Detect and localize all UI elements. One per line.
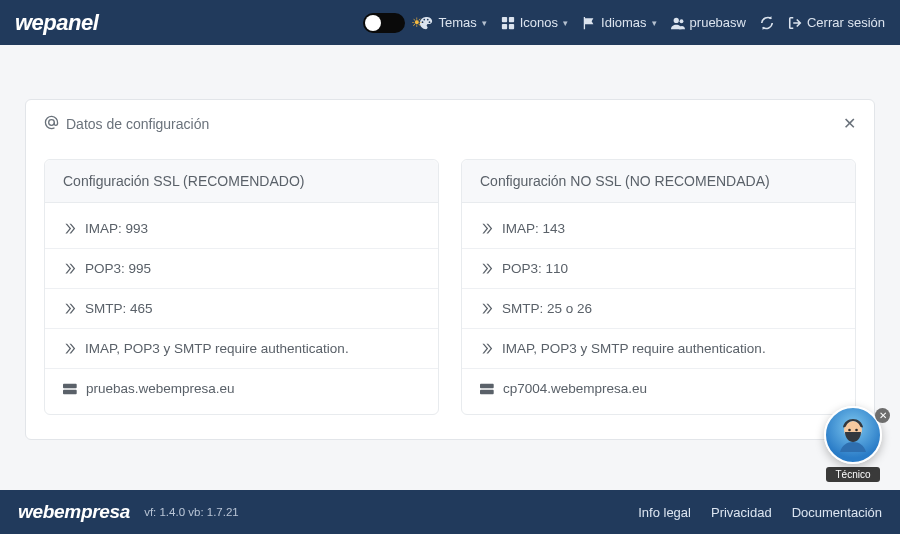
theme-toggle[interactable]: ☀ <box>363 13 405 33</box>
svg-rect-0 <box>502 16 507 21</box>
chevron-right-icon <box>480 222 493 235</box>
chat-avatar[interactable]: ✕ <box>824 406 882 464</box>
svg-rect-8 <box>63 389 77 393</box>
chevron-right-icon <box>63 262 76 275</box>
brand-logo[interactable]: wepanel <box>15 10 98 36</box>
config-cards: Configuración SSL (RECOMENDADO) IMAP: 99… <box>26 159 874 439</box>
chevron-down-icon: ▾ <box>482 18 487 28</box>
ssl-auth: IMAP, POP3 y SMTP require authentication… <box>85 341 349 356</box>
panel-title: Datos de configuración <box>66 116 209 132</box>
nossl-auth: IMAP, POP3 y SMTP require authentication… <box>502 341 766 356</box>
nossl-card-title: Configuración NO SSL (NO RECOMENDADA) <box>462 160 855 203</box>
main-content: Datos de configuración ✕ Configuración S… <box>0 45 900 440</box>
ssl-card-body: IMAP: 993 POP3: 995 SMTP: 465 IMAP, POP3… <box>45 203 438 414</box>
config-panel: Datos de configuración ✕ Configuración S… <box>25 99 875 440</box>
nav-logout-label: Cerrar sesión <box>807 15 885 30</box>
nossl-pop3-row: POP3: 110 <box>462 249 855 289</box>
ssl-server-row: pruebas.webempresa.eu <box>45 369 438 408</box>
svg-point-5 <box>679 19 683 23</box>
ssl-auth-row: IMAP, POP3 y SMTP require authentication… <box>45 329 438 369</box>
ssl-imap: IMAP: 993 <box>85 221 148 236</box>
nossl-smtp-row: SMTP: 25 o 26 <box>462 289 855 329</box>
ssl-card: Configuración SSL (RECOMENDADO) IMAP: 99… <box>44 159 439 415</box>
nossl-card: Configuración NO SSL (NO RECOMENDADA) IM… <box>461 159 856 415</box>
ssl-server: pruebas.webempresa.eu <box>86 381 235 396</box>
nav-right: ☀ Temas ▾ Iconos ▾ Idiomas ▾ <box>363 13 885 33</box>
nav-icons-label: Iconos <box>520 15 558 30</box>
svg-rect-1 <box>509 16 514 21</box>
nossl-imap-row: IMAP: 143 <box>462 209 855 249</box>
close-icon[interactable]: ✕ <box>843 114 856 133</box>
svg-rect-2 <box>502 23 507 28</box>
svg-point-12 <box>848 429 851 432</box>
nossl-pop3: POP3: 110 <box>502 261 568 276</box>
chat-label: Técnico <box>826 467 879 482</box>
sun-icon: ☀ <box>411 15 423 30</box>
nossl-server: cp7004.webempresa.eu <box>503 381 647 396</box>
toggle-knob <box>365 15 381 31</box>
footer-docs[interactable]: Documentación <box>792 505 882 520</box>
user-icon <box>671 16 685 30</box>
ssl-card-title: Configuración SSL (RECOMENDADO) <box>45 160 438 203</box>
footer-links: Info legal Privacidad Documentación <box>638 505 882 520</box>
refresh-icon <box>760 16 774 30</box>
nossl-card-body: IMAP: 143 POP3: 110 SMTP: 25 o 26 IMAP, … <box>462 203 855 414</box>
nossl-imap: IMAP: 143 <box>502 221 565 236</box>
footer-legal[interactable]: Info legal <box>638 505 691 520</box>
chat-widget[interactable]: ✕ Técnico <box>824 406 882 482</box>
grid-icon <box>501 16 515 30</box>
panel-header: Datos de configuración ✕ <box>26 100 874 159</box>
svg-rect-9 <box>480 383 494 387</box>
footer-brand[interactable]: webempresa <box>18 501 130 523</box>
ssl-pop3-row: POP3: 995 <box>45 249 438 289</box>
chevron-right-icon <box>480 262 493 275</box>
footer-privacy[interactable]: Privacidad <box>711 505 772 520</box>
nav-user[interactable]: pruebasw <box>671 15 746 30</box>
nossl-server-row: cp7004.webempresa.eu <box>462 369 855 408</box>
chevron-right-icon <box>480 302 493 315</box>
spacer <box>25 51 875 61</box>
ssl-pop3: POP3: 995 <box>85 261 151 276</box>
nav-themes[interactable]: Temas ▾ <box>419 15 486 30</box>
flag-icon <box>582 16 596 30</box>
at-icon <box>44 115 59 133</box>
nav-themes-label: Temas <box>438 15 476 30</box>
nav-logout[interactable]: Cerrar sesión <box>788 15 885 30</box>
chevron-down-icon: ▾ <box>563 18 568 28</box>
nav-languages-label: Idiomas <box>601 15 647 30</box>
nav-languages[interactable]: Idiomas ▾ <box>582 15 657 30</box>
footer: webempresa vf: 1.4.0 vb: 1.7.21 Info leg… <box>0 490 900 534</box>
svg-rect-10 <box>480 389 494 393</box>
svg-rect-7 <box>63 383 77 387</box>
logout-icon <box>788 16 802 30</box>
svg-point-6 <box>49 119 55 125</box>
svg-point-13 <box>855 429 858 432</box>
chat-close-icon[interactable]: ✕ <box>875 408 890 423</box>
server-icon <box>63 383 77 395</box>
nav-user-label: pruebasw <box>690 15 746 30</box>
server-icon <box>480 383 494 395</box>
ssl-smtp-row: SMTP: 465 <box>45 289 438 329</box>
svg-rect-3 <box>509 23 514 28</box>
chevron-right-icon <box>63 342 76 355</box>
chevron-down-icon: ▾ <box>652 18 657 28</box>
nav-refresh[interactable] <box>760 16 774 30</box>
chevron-right-icon <box>63 302 76 315</box>
nossl-auth-row: IMAP, POP3 y SMTP require authentication… <box>462 329 855 369</box>
svg-point-4 <box>673 17 678 22</box>
footer-version: vf: 1.4.0 vb: 1.7.21 <box>144 506 239 518</box>
nossl-smtp: SMTP: 25 o 26 <box>502 301 592 316</box>
chevron-right-icon <box>63 222 76 235</box>
ssl-imap-row: IMAP: 993 <box>45 209 438 249</box>
chevron-right-icon <box>480 342 493 355</box>
ssl-smtp: SMTP: 465 <box>85 301 153 316</box>
top-navbar: wepanel ☀ Temas ▾ Iconos ▾ Idiomas ▾ <box>0 0 900 45</box>
nav-icons[interactable]: Iconos ▾ <box>501 15 568 30</box>
